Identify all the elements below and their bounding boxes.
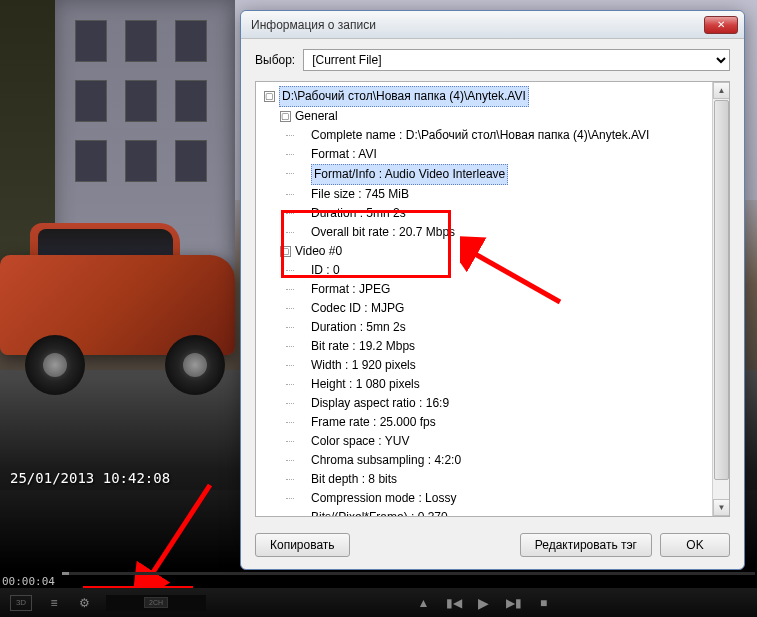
tree-item[interactable]: Complete name : D:\Рабочий стол\Новая па…	[264, 126, 729, 145]
tree-item[interactable]: Bits/(Pixel*Frame) : 0.370	[264, 508, 729, 517]
edit-tag-button[interactable]: Редактировать тэг	[520, 533, 652, 557]
seek-fill	[62, 572, 69, 575]
tree-item[interactable]: Format : JPEG	[264, 280, 729, 299]
tree-item[interactable]: Overall bit rate : 20.7 Mbps	[264, 223, 729, 242]
tree-group[interactable]: ▢Video #0	[264, 242, 729, 261]
building-window	[125, 80, 157, 122]
file-select-row: Выбор: [Current File]	[241, 39, 744, 77]
tree-item[interactable]: Frame rate : 25.000 fps	[264, 413, 729, 432]
tree-item[interactable]: Duration : 5mn 2s	[264, 204, 729, 223]
tree-group[interactable]: ▢General	[264, 107, 729, 126]
tree-item[interactable]: Chroma subsampling : 4:2:0	[264, 451, 729, 470]
building-window	[175, 140, 207, 182]
building-window	[75, 140, 107, 182]
video-timestamp: 25/01/2013 10:42:08	[10, 470, 170, 486]
tree-item[interactable]: Height : 1 080 pixels	[264, 375, 729, 394]
collapse-icon[interactable]: ▢	[280, 111, 291, 122]
building-window	[75, 80, 107, 122]
select-label: Выбор:	[255, 53, 295, 67]
car-wheel	[165, 335, 225, 395]
tree-item[interactable]: Format/Info : Audio Video Interleave	[264, 164, 729, 185]
play-icon[interactable]: ▶	[476, 595, 492, 611]
stop-icon[interactable]: ■	[536, 595, 552, 611]
tree-item[interactable]: ID : 0	[264, 261, 729, 280]
tree-item[interactable]: Format : AVI	[264, 145, 729, 164]
playback-time: 00:00:04	[2, 575, 55, 588]
prev-icon[interactable]: ▮◀	[446, 595, 462, 611]
tree-item[interactable]: Bit rate : 19.2 Mbps	[264, 337, 729, 356]
scroll-thumb[interactable]	[714, 100, 729, 480]
tree-item[interactable]: Codec ID : MJPG	[264, 299, 729, 318]
tree-item[interactable]: Color space : YUV	[264, 432, 729, 451]
eject-icon[interactable]: ▲	[416, 595, 432, 611]
tree-item[interactable]: Duration : 5mn 2s	[264, 318, 729, 337]
scroll-up-button[interactable]: ▲	[713, 82, 730, 99]
collapse-icon[interactable]: ▢	[264, 91, 275, 102]
info-dialog: Информация о записи ✕ Выбор: [Current Fi…	[240, 10, 745, 570]
tree-root[interactable]: ▢D:\Рабочий стол\Новая папка (4)\Anytek.…	[264, 86, 729, 107]
seek-bar[interactable]	[62, 572, 755, 575]
scroll-down-button[interactable]: ▼	[713, 499, 730, 516]
car	[0, 215, 240, 415]
tree-item[interactable]: File size : 745 MiB	[264, 185, 729, 204]
building-window	[175, 20, 207, 62]
building-window	[125, 20, 157, 62]
dialog-title: Информация о записи	[251, 18, 376, 32]
player-controls: 3D ≡ ⚙ 2CH ▲ ▮◀ ▶ ▶▮ ■	[0, 588, 757, 617]
settings-icon[interactable]: ⚙	[76, 595, 92, 611]
dialog-titlebar[interactable]: Информация о записи ✕	[241, 11, 744, 39]
3d-button[interactable]: 3D	[10, 595, 32, 611]
file-select[interactable]: [Current File]	[303, 49, 730, 71]
copy-button[interactable]: Копировать	[255, 533, 350, 557]
building-window	[175, 80, 207, 122]
tree-item[interactable]: Bit depth : 8 bits	[264, 470, 729, 489]
tree-item[interactable]: Display aspect ratio : 16:9	[264, 394, 729, 413]
tree-item[interactable]: Width : 1 920 pixels	[264, 356, 729, 375]
collapse-icon[interactable]: ▢	[280, 246, 291, 257]
close-icon: ✕	[717, 19, 725, 30]
menu-icon[interactable]: ≡	[46, 595, 62, 611]
close-button[interactable]: ✕	[704, 16, 738, 34]
channel-indicator: 2CH	[106, 595, 206, 611]
tree-item[interactable]: Compression mode : Lossy	[264, 489, 729, 508]
dialog-buttons: Копировать Редактировать тэг OK	[241, 525, 744, 569]
info-tree[interactable]: ▢D:\Рабочий стол\Новая папка (4)\Anytek.…	[255, 81, 730, 517]
car-wheel	[25, 335, 85, 395]
building-window	[75, 20, 107, 62]
tree-scrollbar[interactable]: ▲ ▼	[712, 82, 729, 516]
building-window	[125, 140, 157, 182]
ok-button[interactable]: OK	[660, 533, 730, 557]
next-icon[interactable]: ▶▮	[506, 595, 522, 611]
